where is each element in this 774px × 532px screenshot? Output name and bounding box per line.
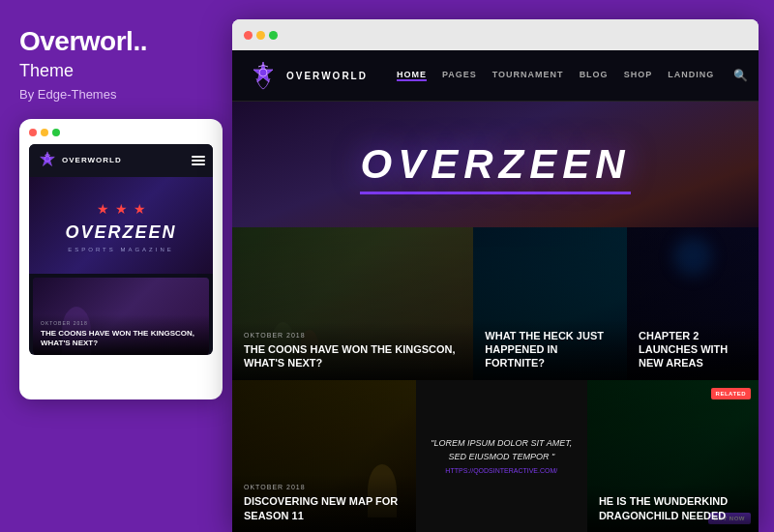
- mobile-card-meta: OKTOBER 2018: [41, 320, 201, 326]
- card-1-title: THE COONS HAVE WON THE KINGSCON, WHAT'S …: [244, 342, 461, 370]
- card-1-meta: OKTOBER 2018: [244, 332, 461, 339]
- cards-row-1: OKTOBER 2018 THE COONS HAVE WON THE KING…: [232, 227, 759, 380]
- mobile-logo-text: OVERWORLD: [62, 156, 122, 164]
- site-logo: OVERWORLD: [248, 60, 368, 91]
- site-hero: OVERZEEN: [232, 102, 759, 227]
- card-4-title: DISCOVERING NEW MAP FOR SEASON 11: [244, 494, 404, 522]
- card-2-title: WHAT THE HECK JUST HAPPENED IN FORTNITE?: [485, 329, 615, 370]
- card-fortnite[interactable]: WHAT THE HECK JUST HAPPENED IN FORTNITE?: [473, 227, 627, 380]
- star-2: ★: [115, 201, 128, 217]
- cards-grid: OKTOBER 2018 THE COONS HAVE WON THE KING…: [232, 227, 759, 532]
- browser-dot-green: [269, 31, 278, 40]
- mobile-card-title: THE COONS HAVE WON THE KINGSCON, WHAT'S …: [41, 329, 201, 349]
- svg-marker-0: [41, 152, 55, 166]
- mobile-nav: OVERWORLD: [29, 144, 213, 177]
- search-icon[interactable]: 🔍: [733, 69, 748, 82]
- mobile-hero-title: OVERZEEN: [65, 222, 176, 243]
- mobile-logo-icon: [37, 150, 58, 171]
- card-3-title: CHAPTER 2 LAUNCHES WITH NEW AREAS: [639, 329, 747, 370]
- mobile-card-overlay: OKTOBER 2018 THE COONS HAVE WON THE KING…: [33, 314, 209, 355]
- card-dragonchild[interactable]: RELATED BUY NOW HE IS THE WUNDERKIND DRA…: [587, 380, 759, 533]
- nav-line-2: [192, 160, 205, 162]
- card-quote[interactable]: "LOREM IPSUM DOLOR SIT AMET, SED EIUSMOD…: [416, 380, 587, 533]
- star-3: ★: [134, 201, 146, 217]
- mobile-inner: OVERWORLD ★ ★ ★ OVERZEEN ESPORTS MAGAZIN…: [29, 144, 213, 355]
- mobile-preview: OVERWORLD ★ ★ ★ OVERZEEN ESPORTS MAGAZIN…: [19, 119, 223, 399]
- left-panel: Overworl.. Theme By Edge-Themes OVERWORL…: [0, 0, 232, 532]
- quote-text: "LOREM IPSUM DOLOR SIT AMET, SED EIUSMOD…: [428, 437, 576, 463]
- card-season11[interactable]: OKTOBER 2018 DISCOVERING NEW MAP FOR SEA…: [232, 380, 416, 533]
- dot-green: [52, 129, 60, 136]
- browser-dot-yellow: [256, 31, 265, 40]
- card-4-meta: OKTOBER 2018: [244, 484, 404, 490]
- dot-red: [29, 129, 37, 136]
- theme-subtitle: Theme: [19, 61, 213, 81]
- nav-link-landing[interactable]: LANDING: [668, 70, 714, 81]
- nav-line-1: [192, 156, 205, 158]
- site-hero-title: OVERZEEN: [360, 141, 630, 194]
- star-1: ★: [97, 201, 109, 217]
- nav-icons: 🔍 ☰: [733, 69, 759, 82]
- card-6-content: HE IS THE WUNDERKIND DRAGONCHILD NEEDED: [587, 485, 759, 532]
- mobile-hamburger-icon: [192, 156, 205, 165]
- site-logo-text: OVERWORLD: [286, 71, 368, 81]
- card-3-content: CHAPTER 2 LAUNCHES WITH NEW AREAS: [627, 319, 759, 380]
- card-4-content: OKTOBER 2018 DISCOVERING NEW MAP FOR SEA…: [232, 474, 416, 532]
- nav-link-pages[interactable]: PAGES: [442, 70, 477, 81]
- browser-content: OVERWORLD HOME PAGES TOURNAMENT BLOG SHO…: [232, 50, 759, 532]
- browser-bar: [232, 19, 759, 50]
- card-5-inner: "LOREM IPSUM DOLOR SIT AMET, SED EIUSMOD…: [416, 380, 587, 533]
- theme-title: Overworl..: [19, 27, 213, 57]
- nav-link-tournament[interactable]: TOURNAMENT: [492, 70, 564, 81]
- browser-mockup: OVERWORLD HOME PAGES TOURNAMENT BLOG SHO…: [232, 19, 759, 532]
- mobile-hero-sub: ESPORTS MAGAZINE: [68, 247, 174, 252]
- mobile-preview-dots: [29, 129, 213, 136]
- mobile-card[interactable]: OKTOBER 2018 THE COONS HAVE WON THE KING…: [33, 278, 209, 355]
- mobile-stars: ★ ★ ★: [97, 201, 146, 217]
- card-2-content: WHAT THE HECK JUST HAPPENED IN FORTNITE?: [473, 319, 627, 380]
- card-1-content: OKTOBER 2018 THE COONS HAVE WON THE KING…: [232, 322, 473, 380]
- related-badge: RELATED: [711, 388, 751, 399]
- quote-url: HTTPS://QODSINTERACTIVE.COM/: [428, 467, 576, 474]
- browser-dot-red: [244, 31, 253, 40]
- theme-author: By Edge-Themes: [19, 87, 213, 102]
- card-6-title: HE IS THE WUNDERKIND DRAGONCHILD NEEDED: [599, 494, 747, 522]
- site-logo-icon: [248, 60, 279, 91]
- mobile-hero: ★ ★ ★ OVERZEEN ESPORTS MAGAZINE: [29, 177, 213, 274]
- dot-yellow: [41, 129, 48, 136]
- site-nav: OVERWORLD HOME PAGES TOURNAMENT BLOG SHO…: [232, 50, 759, 102]
- quote-card: "LOREM IPSUM DOLOR SIT AMET, SED EIUSMOD…: [416, 426, 587, 486]
- site-nav-links[interactable]: HOME PAGES TOURNAMENT BLOG SHOP LANDING: [397, 70, 714, 81]
- card-chapter2[interactable]: CHAPTER 2 LAUNCHES WITH NEW AREAS: [627, 227, 759, 380]
- nav-line-3: [192, 163, 205, 165]
- browser-dots: [244, 31, 278, 40]
- nav-link-blog[interactable]: BLOG: [580, 70, 609, 81]
- menu-icon[interactable]: ☰: [758, 69, 759, 82]
- mobile-logo-area: OVERWORLD: [37, 150, 122, 171]
- nav-link-shop[interactable]: SHOP: [624, 70, 653, 81]
- nav-link-home[interactable]: HOME: [397, 70, 427, 81]
- cards-row-2: OKTOBER 2018 DISCOVERING NEW MAP FOR SEA…: [232, 380, 759, 533]
- card-kingscon[interactable]: OKTOBER 2018 THE COONS HAVE WON THE KING…: [232, 227, 473, 380]
